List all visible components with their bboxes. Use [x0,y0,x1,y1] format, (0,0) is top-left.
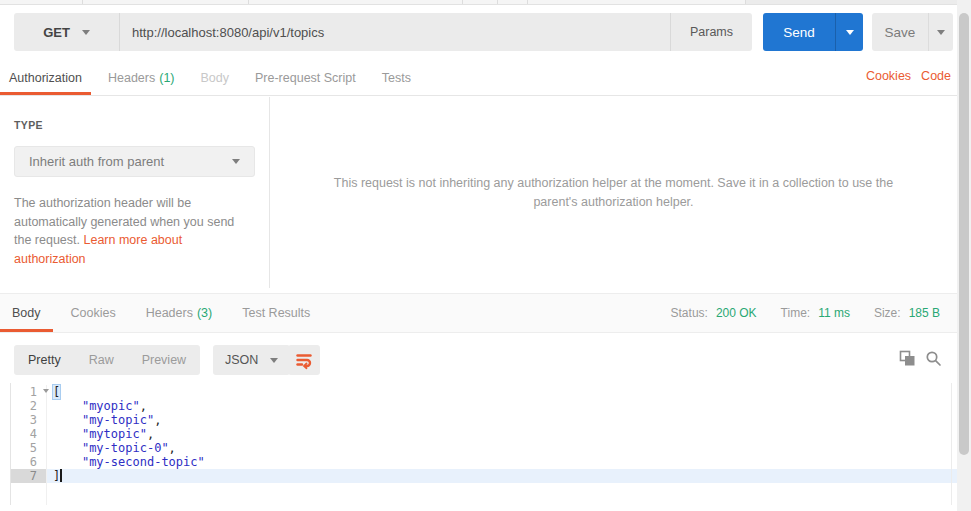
auth-helper-column: This request is not inheriting any autho… [270,97,957,288]
view-pretty-button[interactable]: Pretty [14,345,75,375]
status-value: 200 OK [716,306,757,320]
code-line-content: "my-topic-0", [47,441,957,455]
time-value: 11 ms [818,306,850,320]
language-value: JSON [225,353,258,367]
code-link[interactable]: Code [921,69,951,83]
save-split-button: Save [872,13,953,51]
request-url-bar: GET http://localhost:8080/api/v1/topics … [14,13,752,51]
line-number: 6 [11,455,47,469]
response-code-lines: 1[2 "myopic",3 "my-topic",4 "mytopic",5 … [0,385,957,483]
save-options-button[interactable] [928,13,953,51]
line-number: 3 [11,413,47,427]
code-line-content: "my-topic", [47,413,957,427]
url-input[interactable]: http://localhost:8080/api/v1/topics [120,13,671,51]
method-label: GET [43,25,70,40]
url-text: http://localhost:8080/api/v1/topics [132,25,324,40]
response-meta: Status: 200 OK Time: 11 ms Size: 185 B [671,294,940,332]
line-number: 7 [11,469,47,483]
code-line: 1[ [11,385,957,399]
line-number: 4 [11,427,47,441]
send-caret-icon [846,30,854,35]
send-button[interactable]: Send [763,13,835,51]
view-mode-switcher: Pretty Raw Preview [14,345,200,375]
response-header: Body Cookies Headers (3) Test Results St… [0,293,957,333]
authorization-panel: TYPE Inherit auth from parent The author… [0,97,957,288]
copy-icon [899,350,916,367]
save-caret-icon [937,30,945,35]
code-line: 3 "my-topic", [11,413,957,427]
time-label: Time: [781,306,811,320]
save-button[interactable]: Save [872,13,928,51]
response-tab-body[interactable]: Body [0,294,53,332]
view-raw-button[interactable]: Raw [75,345,128,375]
fold-caret-icon[interactable] [43,389,49,393]
response-tab-cookies[interactable]: Cookies [59,294,128,332]
size-label: Size: [874,306,901,320]
cookies-link[interactable]: Cookies [866,69,911,83]
wrap-text-button[interactable] [288,345,320,375]
text-cursor [60,469,62,482]
tab-body[interactable]: Body [192,60,239,95]
code-line-content: "mytopic", [47,427,957,441]
auth-type-select[interactable]: Inherit auth from parent [14,146,255,177]
size-value: 185 B [909,306,940,320]
view-preview-button[interactable]: Preview [128,345,200,375]
line-number: 5 [11,441,47,455]
params-button[interactable]: Params [671,13,752,51]
code-line: 2 "myopic", [11,399,957,413]
send-options-button[interactable] [835,13,863,51]
postman-request-view: GET http://localhost:8080/api/v1/topics … [0,0,971,511]
request-tabs: Authorization Headers (1) Body Pre-reque… [0,60,957,96]
status-label: Status: [671,306,708,320]
request-corner-links: Cookies Code [866,60,951,92]
search-response-button[interactable] [924,350,942,368]
scrollbar-thumb[interactable] [959,13,969,455]
response-tab-test-results[interactable]: Test Results [230,294,322,332]
auth-description: The authorization header will be automat… [14,194,254,268]
code-line: 4 "mytopic", [11,427,957,441]
search-icon [925,350,942,367]
response-tab-headers[interactable]: Headers (3) [134,294,225,332]
method-selector[interactable]: GET [14,13,120,51]
code-line-content: ] [47,469,957,483]
gutter-filler [11,483,47,505]
vertical-scrollbar[interactable] [957,0,971,511]
wrap-text-icon [294,350,314,370]
auth-type-label: TYPE [14,119,255,131]
method-caret-icon [82,30,90,35]
send-split-button: Send [763,13,863,51]
line-number: 1 [11,385,47,399]
code-line-content: [ [47,385,957,399]
line-number: 2 [11,399,47,413]
code-line: 5 "my-topic-0", [11,441,957,455]
headers-count-badge: (1) [159,71,174,85]
auth-type-caret-icon [232,159,240,164]
language-caret-icon [270,358,278,363]
tab-tests[interactable]: Tests [373,60,420,95]
tab-authorization[interactable]: Authorization [0,60,91,95]
code-right-border [951,383,952,505]
tabstrip-empty-area [745,0,957,4]
response-headers-count-badge: (3) [197,306,212,320]
copy-response-button[interactable] [898,350,916,368]
response-body-viewer[interactable]: 1[2 "myopic",3 "my-topic",4 "mytopic",5 … [0,383,957,511]
request-tabstrip [0,0,957,5]
code-line-content: "myopic", [47,399,957,413]
tab-pre-request-script[interactable]: Pre-request Script [246,60,365,95]
code-line: 7] [11,469,957,483]
code-line-content: "my-second-topic" [47,455,957,469]
auth-type-column: TYPE Inherit auth from parent The author… [0,97,270,288]
tab-headers[interactable]: Headers (1) [99,60,184,95]
response-tools [898,334,942,383]
auth-type-value: Inherit auth from parent [29,154,164,169]
code-line: 6 "my-second-topic" [11,455,957,469]
language-select[interactable]: JSON [213,345,290,375]
auth-helper-message: This request is not inheriting any autho… [319,174,909,212]
response-toolbar: Pretty Raw Preview JSON [0,334,957,383]
